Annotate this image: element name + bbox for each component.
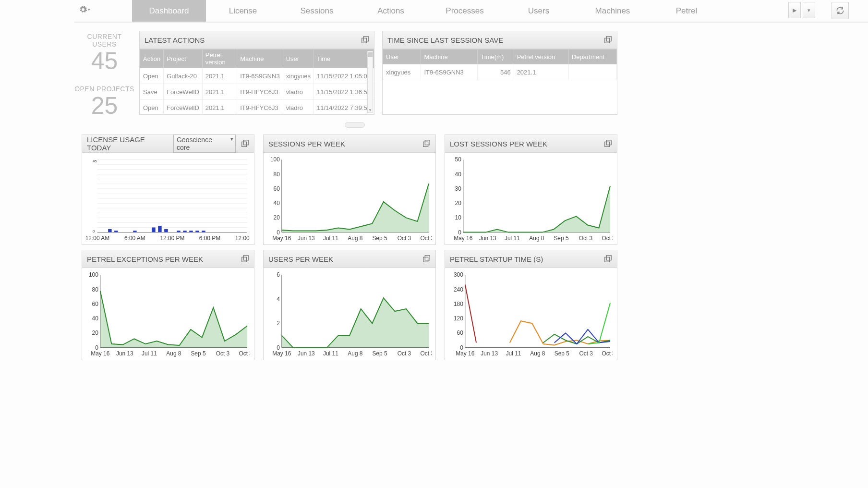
svg-rect-30	[164, 229, 168, 232]
splitter-handle[interactable]	[345, 122, 365, 128]
svg-text:60: 60	[457, 329, 464, 336]
svg-text:Jul 11: Jul 11	[505, 235, 520, 242]
svg-text:10: 10	[455, 214, 462, 221]
users-chart: 0246May 16Jun 13Jul 11Aug 8Sep 5Oct 3Oct…	[267, 271, 432, 359]
time-since-table[interactable]: UserMachineTime(m)Petrel versionDepartme…	[383, 49, 617, 80]
except-chart: 020406080100May 16Jun 13Jul 11Aug 8Sep 5…	[86, 271, 250, 359]
svg-text:Jun 13: Jun 13	[479, 235, 496, 242]
svg-text:4: 4	[277, 296, 280, 303]
svg-text:Oct 3: Oct 3	[579, 235, 593, 242]
svg-text:May 16: May 16	[454, 235, 472, 242]
svg-text:Oct 31: Oct 31	[239, 350, 250, 357]
sessions-chart: 020406080100May 16Jun 13Jul 11Aug 8Sep 5…	[267, 156, 432, 244]
svg-text:100: 100	[89, 271, 98, 278]
svg-text:Aug 8: Aug 8	[529, 235, 544, 242]
svg-text:Jul 11: Jul 11	[323, 350, 338, 357]
svg-text:30: 30	[455, 185, 462, 192]
popout-icon[interactable]	[603, 139, 612, 148]
svg-text:6:00 PM: 6:00 PM	[199, 235, 220, 242]
svg-text:Jul 11: Jul 11	[506, 350, 521, 357]
svg-rect-42	[425, 140, 430, 145]
open-projects-value: 25	[74, 93, 134, 119]
svg-text:0: 0	[93, 229, 95, 233]
svg-text:60: 60	[274, 185, 280, 192]
svg-rect-108	[606, 256, 611, 260]
svg-text:Sep 5: Sep 5	[191, 350, 206, 357]
svg-text:Aug 8: Aug 8	[348, 235, 363, 242]
svg-rect-5	[243, 140, 248, 145]
tab-machines[interactable]: Machines	[576, 0, 650, 22]
current-users-value: 45	[74, 48, 134, 74]
svg-text:Oct 31: Oct 31	[420, 235, 432, 242]
popout-icon[interactable]	[241, 139, 249, 148]
svg-rect-75	[242, 257, 247, 262]
current-users-label: CURRENT USERS	[74, 33, 134, 48]
refresh-button[interactable]	[832, 2, 849, 19]
latest-actions-table[interactable]: ActionProjectPetrel versionMachineUserTi…	[140, 49, 374, 115]
open-projects-label: OPEN PROJECTS	[74, 85, 134, 93]
svg-text:Aug 8: Aug 8	[166, 350, 181, 357]
svg-rect-93	[425, 256, 430, 260]
license-title: LICENSE USAGE TODAY	[87, 135, 169, 152]
popout-icon[interactable]	[422, 139, 431, 148]
svg-text:240: 240	[454, 286, 463, 293]
table-row[interactable]: xingyuesIT9-6S9GNN35462021.1	[383, 64, 617, 80]
popout-icon[interactable]	[422, 255, 431, 263]
svg-text:20: 20	[455, 200, 462, 207]
tab-dashboard[interactable]: Dashboard	[132, 0, 206, 22]
popout-icon[interactable]	[603, 255, 612, 263]
svg-text:Sep 5: Sep 5	[372, 350, 387, 357]
license-usage-panel: LICENSE USAGE TODAY Geoscience core 4501…	[82, 134, 254, 245]
svg-text:Jul 11: Jul 11	[323, 235, 338, 242]
svg-text:May 16: May 16	[272, 235, 291, 242]
svg-text:Sep 5: Sep 5	[372, 235, 387, 242]
lost-chart: 01020304050May 16Jun 13Jul 11Aug 8Sep 5O…	[449, 156, 613, 244]
svg-rect-33	[189, 231, 193, 232]
svg-text:40: 40	[274, 200, 280, 207]
except-title: PETREL EXCEPTIONS PER WEEK	[87, 255, 203, 263]
tab-license[interactable]: License	[206, 0, 280, 22]
svg-rect-29	[158, 226, 161, 232]
table-row[interactable]: OpenGulfack-202021.1IT9-6S9GNN3xingyues1…	[140, 68, 374, 84]
sessions-panel: SESSIONS PER WEEK 020406080100May 16Jun …	[263, 134, 436, 245]
svg-text:Oct 3: Oct 3	[398, 350, 411, 357]
popout-icon[interactable]	[241, 255, 249, 263]
svg-rect-35	[202, 231, 205, 232]
popout-icon[interactable]	[361, 36, 369, 44]
svg-text:Oct 31: Oct 31	[602, 350, 613, 357]
svg-text:20: 20	[92, 329, 99, 336]
svg-rect-34	[195, 231, 199, 232]
svg-text:50: 50	[455, 156, 462, 163]
users-panel: USERS PER WEEK 0246May 16Jun 13Jul 11Aug…	[263, 250, 436, 360]
tab-sessions[interactable]: Sessions	[280, 0, 354, 22]
svg-text:Oct 31: Oct 31	[602, 235, 613, 242]
svg-rect-26	[114, 231, 118, 232]
svg-rect-58	[605, 142, 610, 146]
nav-play-button[interactable]: ▶	[788, 2, 801, 18]
exceptions-panel: PETREL EXCEPTIONS PER WEEK 020406080100M…	[82, 250, 254, 360]
svg-text:80: 80	[274, 171, 280, 178]
svg-rect-41	[423, 142, 428, 146]
svg-text:300: 300	[454, 271, 463, 278]
license-product-select[interactable]: Geoscience core	[173, 134, 236, 153]
svg-text:12:00 PM: 12:00 PM	[160, 235, 184, 242]
nav-dropdown-button[interactable]: ▾	[803, 2, 815, 18]
svg-text:Oct 3: Oct 3	[398, 235, 411, 242]
table-scrollbar[interactable]: ▲▼	[367, 51, 373, 113]
tab-petrel[interactable]: Petrel	[650, 0, 723, 22]
svg-text:40: 40	[455, 171, 462, 178]
table-row[interactable]: OpenForceWellD2021.1IT9-HFYC6J3vladro11/…	[140, 100, 374, 115]
tab-users[interactable]: Users	[502, 0, 576, 22]
svg-text:Jun 13: Jun 13	[298, 350, 315, 357]
svg-rect-1	[363, 37, 368, 41]
tab-processes[interactable]: Processes	[428, 0, 502, 22]
svg-text:100: 100	[270, 156, 280, 163]
popout-icon[interactable]	[603, 36, 612, 44]
side-stats: CURRENT USERS 45 OPEN PROJECTS 25	[74, 33, 134, 130]
svg-rect-2	[605, 38, 610, 43]
table-row[interactable]: SaveForceWellD2021.1IT9-HFYC6J3vladro11/…	[140, 84, 374, 100]
svg-rect-76	[243, 256, 248, 260]
tab-actions[interactable]: Actions	[354, 0, 428, 22]
svg-rect-25	[108, 229, 111, 232]
svg-rect-4	[242, 142, 247, 146]
